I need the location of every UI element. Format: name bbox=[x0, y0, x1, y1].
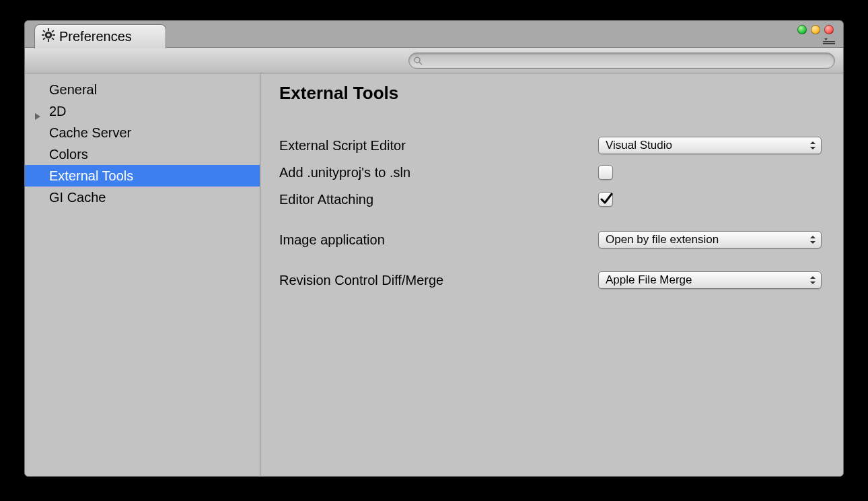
sidebar-item-external-tools[interactable]: External Tools bbox=[25, 165, 260, 187]
add-unityproj-checkbox[interactable] bbox=[598, 165, 613, 180]
content-pane: External Tools External Script Editor Vi… bbox=[260, 73, 843, 476]
gear-icon bbox=[42, 28, 55, 45]
toolbar bbox=[25, 48, 843, 73]
field-label: External Script Editor bbox=[279, 138, 598, 154]
tab-strip: Preferences bbox=[25, 21, 843, 48]
row-image-application: Image application Open by file extension bbox=[279, 226, 823, 253]
sidebar-item-label: GI Cache bbox=[49, 190, 106, 205]
sidebar-item-colors[interactable]: Colors bbox=[25, 143, 260, 165]
close-button[interactable] bbox=[824, 25, 834, 34]
field-label: Editor Attaching bbox=[279, 192, 598, 207]
svg-line-14 bbox=[419, 62, 422, 65]
sidebar-item-gi-cache[interactable]: GI Cache bbox=[25, 187, 260, 208]
preferences-window: Preferences General 2D Cache Server bbox=[24, 20, 844, 477]
svg-rect-0 bbox=[823, 41, 835, 42]
sidebar-item-label: External Tools bbox=[49, 168, 133, 183]
svg-point-13 bbox=[414, 57, 420, 63]
sidebar-item-general[interactable]: General bbox=[25, 79, 260, 100]
search-field[interactable] bbox=[408, 53, 835, 69]
external-script-editor-select[interactable]: Visual Studio bbox=[598, 137, 822, 154]
svg-rect-4 bbox=[48, 28, 49, 31]
svg-rect-7 bbox=[52, 34, 55, 36]
svg-rect-8 bbox=[42, 30, 45, 32]
row-add-unityproj: Add .unityproj's to .sln bbox=[279, 159, 823, 186]
select-value: Open by file extension bbox=[606, 233, 719, 246]
svg-rect-5 bbox=[48, 39, 49, 42]
sidebar-item-2d[interactable]: 2D bbox=[25, 100, 260, 122]
preferences-body: General 2D Cache Server Colors External … bbox=[25, 73, 843, 476]
svg-rect-6 bbox=[42, 34, 44, 36]
sidebar-item-label: 2D bbox=[49, 104, 67, 119]
window-controls bbox=[797, 25, 834, 34]
svg-rect-10 bbox=[42, 37, 45, 40]
sidebar-item-cache-server[interactable]: Cache Server bbox=[25, 122, 260, 143]
search-input[interactable] bbox=[425, 53, 834, 68]
field-label: Image application bbox=[279, 232, 598, 248]
select-arrows-icon bbox=[809, 274, 817, 286]
search-icon bbox=[414, 57, 423, 65]
tab-preferences[interactable]: Preferences bbox=[34, 24, 166, 48]
select-arrows-icon bbox=[809, 139, 817, 152]
svg-rect-1 bbox=[823, 43, 835, 44]
svg-rect-9 bbox=[51, 37, 54, 40]
row-external-script-editor: External Script Editor Visual Studio bbox=[279, 132, 823, 159]
row-editor-attaching: Editor Attaching bbox=[279, 186, 823, 213]
select-value: Apple File Merge bbox=[606, 273, 692, 286]
sidebar-item-label: General bbox=[49, 82, 97, 97]
revision-control-select[interactable]: Apple File Merge bbox=[598, 271, 822, 289]
sidebar-item-label: Cache Server bbox=[49, 125, 131, 140]
field-label: Add .unityproj's to .sln bbox=[279, 165, 598, 180]
chevron-right-icon[interactable] bbox=[33, 106, 42, 115]
editor-attaching-checkbox[interactable] bbox=[598, 192, 613, 207]
page-title: External Tools bbox=[279, 83, 823, 104]
sidebar: General 2D Cache Server Colors External … bbox=[25, 73, 260, 476]
select-value: Visual Studio bbox=[606, 139, 672, 152]
svg-point-12 bbox=[47, 34, 50, 36]
select-arrows-icon bbox=[809, 234, 817, 246]
zoom-button[interactable] bbox=[811, 25, 820, 34]
svg-rect-11 bbox=[51, 30, 54, 32]
tab-title: Preferences bbox=[59, 29, 132, 44]
image-application-select[interactable]: Open by file extension bbox=[598, 231, 822, 248]
minimize-button[interactable] bbox=[797, 25, 807, 34]
sidebar-item-label: Colors bbox=[49, 147, 88, 162]
field-label: Revision Control Diff/Merge bbox=[279, 273, 598, 288]
row-revision-control: Revision Control Diff/Merge Apple File M… bbox=[279, 267, 823, 294]
tab-options-button[interactable] bbox=[823, 37, 835, 45]
